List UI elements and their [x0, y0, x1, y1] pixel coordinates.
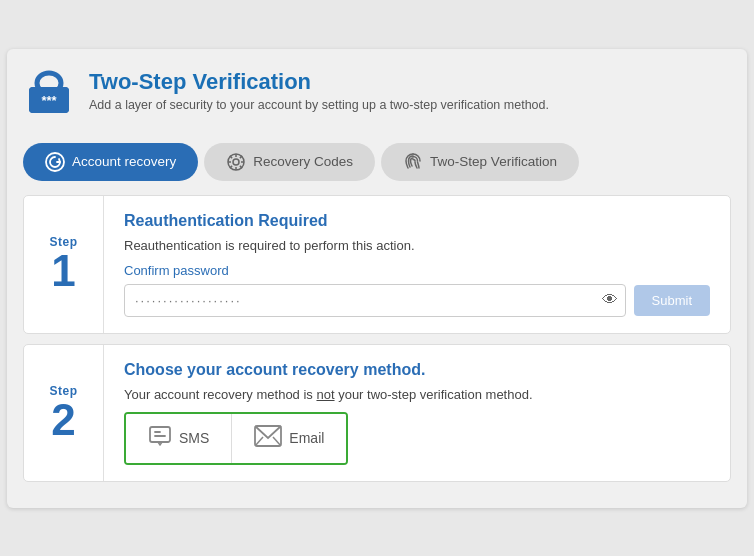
svg-line-13 [240, 155, 242, 157]
tab-two-step-label: Two-Step Verification [430, 154, 557, 169]
svg-line-11 [230, 155, 232, 157]
submit-button[interactable]: Submit [634, 285, 710, 316]
step2-desc-suffix: your two-step verification method. [335, 387, 533, 402]
tab-two-step[interactable]: Two-Step Verification [381, 143, 579, 181]
password-row: 👁 Submit [124, 284, 710, 317]
tab-recovery-codes[interactable]: Recovery Codes [204, 143, 375, 181]
fingerprint-icon [403, 152, 423, 172]
step2-number-block: Step 2 [24, 345, 104, 481]
account-recovery-icon [45, 152, 65, 172]
step2-description: Your account recovery method is not your… [124, 387, 710, 402]
step2-num: 2 [51, 398, 75, 442]
sms-label: SMS [179, 430, 209, 446]
svg-rect-15 [150, 427, 170, 442]
svg-line-18 [273, 437, 281, 446]
svg-line-17 [255, 437, 263, 446]
header: *** Two-Step Verification Add a layer of… [23, 65, 731, 127]
tabs-bar: Account recovery Recovery Codes [23, 143, 731, 181]
sms-method-button[interactable]: SMS [126, 414, 232, 463]
tab-recovery-codes-label: Recovery Codes [253, 154, 353, 169]
sms-icon [148, 424, 172, 453]
tab-account-recovery[interactable]: Account recovery [23, 143, 198, 181]
eye-icon[interactable]: 👁 [602, 291, 618, 309]
password-input-wrap: 👁 [124, 284, 626, 317]
email-label: Email [289, 430, 324, 446]
lock-icon: *** [23, 65, 75, 117]
step1-num: 1 [51, 249, 75, 293]
step2-content: Choose your account recovery method. You… [104, 345, 730, 481]
page-subtitle: Add a layer of security to your account … [89, 98, 549, 112]
step1-content: Reauthentication Required Reauthenticati… [104, 196, 730, 333]
step1-card: Step 1 Reauthentication Required Reauthe… [23, 195, 731, 334]
main-container: *** Two-Step Verification Add a layer of… [7, 49, 747, 508]
header-text: Two-Step Verification Add a layer of sec… [89, 69, 549, 112]
svg-point-6 [233, 159, 239, 165]
step1-description: Reauthentication is required to perform … [124, 238, 710, 253]
email-method-button[interactable]: Email [232, 414, 346, 463]
step2-desc-not: not [316, 387, 334, 402]
password-input[interactable] [124, 284, 626, 317]
step1-title: Reauthentication Required [124, 212, 710, 230]
step2-title: Choose your account recovery method. [124, 361, 710, 379]
svg-line-14 [230, 165, 232, 167]
confirm-label: Confirm password [124, 263, 710, 278]
step2-desc-prefix: Your account recovery method is [124, 387, 316, 402]
recovery-methods: SMS Email [124, 412, 348, 465]
page-title: Two-Step Verification [89, 69, 549, 95]
svg-text:***: *** [41, 93, 57, 108]
step1-number-block: Step 1 [24, 196, 104, 333]
tab-account-recovery-label: Account recovery [72, 154, 176, 169]
recovery-codes-icon [226, 152, 246, 172]
svg-point-4 [46, 153, 64, 171]
email-icon [254, 425, 282, 452]
step2-card: Step 2 Choose your account recovery meth… [23, 344, 731, 482]
svg-line-12 [240, 165, 242, 167]
